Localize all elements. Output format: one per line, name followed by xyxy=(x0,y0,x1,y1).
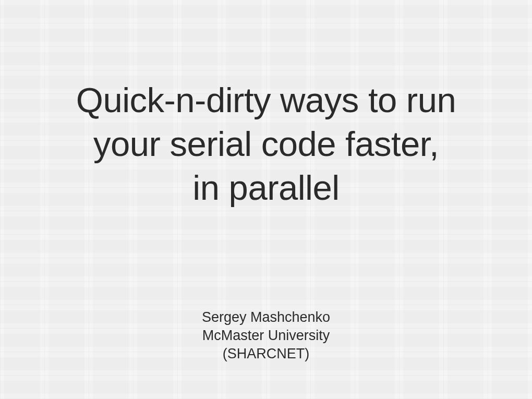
author-name: Sergey Mashchenko xyxy=(202,308,330,327)
title-line-1: Quick-n-dirty ways to run xyxy=(76,80,456,119)
title-line-2: your serial code faster, xyxy=(93,124,439,163)
slide-title: Quick-n-dirty ways to run your serial co… xyxy=(76,78,456,209)
organization: (SHARCNET) xyxy=(202,345,330,363)
author-block: Sergey Mashchenko McMaster University (S… xyxy=(202,308,330,363)
affiliation: McMaster University xyxy=(202,327,330,345)
title-line-3: in parallel xyxy=(192,168,339,207)
